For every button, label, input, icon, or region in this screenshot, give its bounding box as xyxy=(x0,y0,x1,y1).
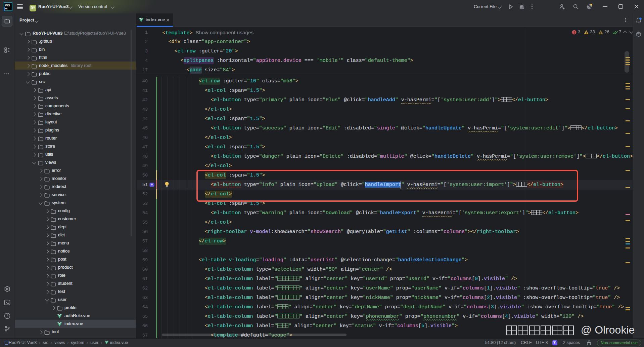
svg-text:WS: WS xyxy=(5,4,10,7)
